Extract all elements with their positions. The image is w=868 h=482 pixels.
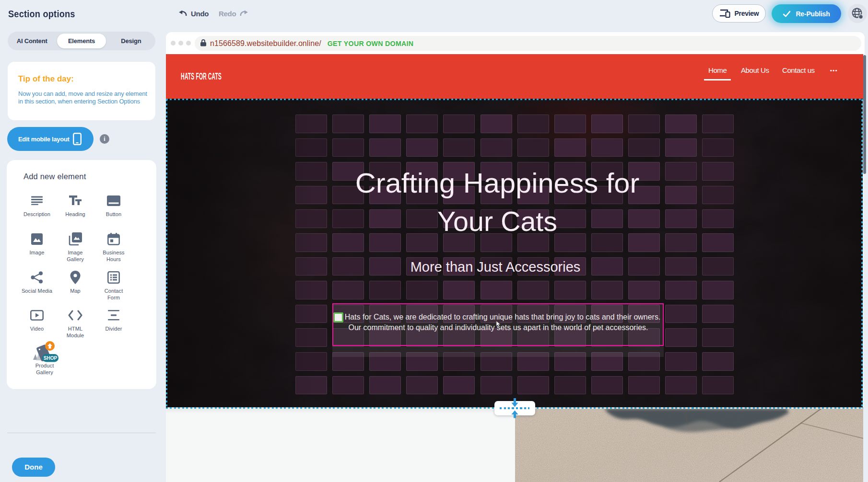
svg-text:SHOP: SHOP <box>44 356 58 361</box>
